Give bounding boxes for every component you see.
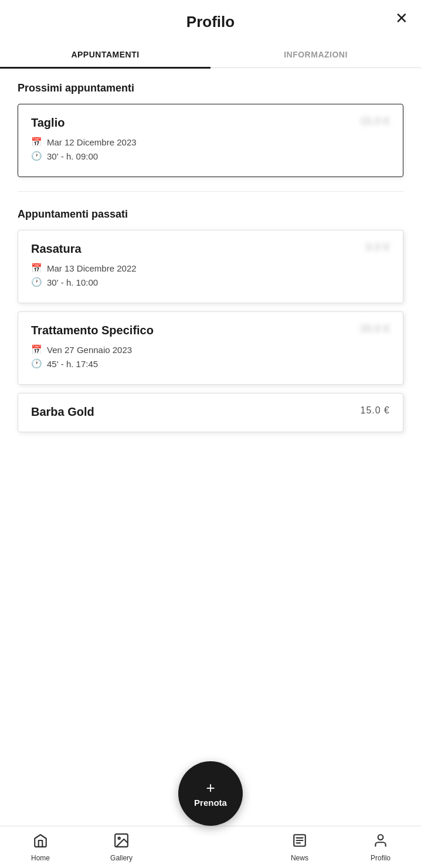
appointment-card-trattamento[interactable]: Trattamento Specifico 20.0 € 📅 Ven 27 Ge…	[18, 311, 403, 385]
service-name: Barba Gold	[31, 405, 94, 419]
appointment-date: Mar 13 Dicembre 2022	[47, 263, 137, 273]
appointment-card-rasatura[interactable]: Rasatura 0.0 € 📅 Mar 13 Dicembre 2022 🕐 …	[18, 230, 403, 303]
nav-gallery[interactable]: Gallery	[81, 833, 162, 862]
tab-appuntamenti[interactable]: APPUNTAMENTI	[0, 40, 210, 67]
card-header: Rasatura 0.0 €	[31, 242, 390, 256]
svg-point-6	[378, 835, 383, 840]
nav-home[interactable]: Home	[0, 833, 81, 862]
header: Profilo ✕	[0, 0, 421, 40]
card-time-row: 🕐 30' - h. 09:00	[31, 151, 390, 161]
upcoming-section-title: Prossimi appuntamenti	[18, 82, 403, 94]
clock-icon: 🕐	[31, 151, 42, 161]
news-icon	[292, 833, 307, 852]
gallery-label: Gallery	[110, 854, 133, 862]
appointment-duration-time: 45' - h. 17:45	[47, 359, 98, 369]
card-time-row: 🕐 45' - h. 17:45	[31, 358, 390, 369]
card-date-row: 📅 Mar 13 Dicembre 2022	[31, 263, 390, 273]
tab-informazioni[interactable]: INFORMAZIONI	[210, 40, 421, 67]
service-price: 20.0 €	[361, 324, 390, 334]
bottom-nav: Home Gallery News	[0, 826, 421, 868]
service-name: Taglio	[31, 116, 64, 130]
appointment-date: Mar 12 Dicembre 2023	[47, 137, 137, 147]
prenota-button[interactable]: + Prenota	[178, 761, 243, 826]
gallery-icon	[114, 833, 129, 852]
tab-bar: APPUNTAMENTI INFORMAZIONI	[0, 40, 421, 68]
appointment-duration-time: 30' - h. 10:00	[47, 277, 98, 287]
card-header: Barba Gold 15.0 €	[31, 405, 390, 419]
service-price: 15.0 €	[361, 116, 390, 127]
calendar-icon: 📅	[31, 263, 42, 273]
appointment-card-taglio[interactable]: Taglio 15.0 € 📅 Mar 12 Dicembre 2023 🕐 3…	[18, 104, 403, 177]
past-section-title: Appuntamenti passati	[18, 208, 403, 221]
service-name: Rasatura	[31, 242, 82, 256]
main-content: Prossimi appuntamenti Taglio 15.0 € 📅 Ma…	[0, 68, 421, 503]
appointment-card-barba-gold[interactable]: Barba Gold 15.0 €	[18, 393, 403, 432]
news-label: News	[291, 854, 308, 862]
appointment-duration-time: 30' - h. 09:00	[47, 151, 98, 161]
fab-container: + Prenota	[178, 761, 243, 826]
fab-label: Prenota	[194, 798, 227, 808]
service-name: Trattamento Specifico	[31, 324, 154, 337]
service-price: 15.0 €	[361, 405, 390, 416]
svg-point-1	[118, 837, 120, 839]
nav-profilo[interactable]: Profilo	[340, 833, 421, 862]
profilo-icon	[373, 833, 388, 852]
clock-icon: 🕐	[31, 358, 42, 369]
clock-icon: 🕐	[31, 277, 42, 287]
section-divider	[18, 191, 403, 192]
fab-plus-icon: +	[206, 780, 215, 795]
card-date-row: 📅 Mar 12 Dicembre 2023	[31, 137, 390, 147]
nav-news[interactable]: News	[259, 833, 340, 862]
card-date-row: 📅 Ven 27 Gennaio 2023	[31, 344, 390, 355]
service-price: 0.0 €	[366, 242, 390, 253]
close-button[interactable]: ✕	[395, 11, 408, 26]
calendar-icon: 📅	[31, 137, 42, 147]
profilo-label: Profilo	[371, 854, 391, 862]
card-header: Taglio 15.0 €	[31, 116, 390, 130]
card-header: Trattamento Specifico 20.0 €	[31, 324, 390, 337]
home-icon	[33, 833, 48, 852]
page-title: Profilo	[186, 13, 235, 31]
home-label: Home	[31, 854, 50, 862]
appointment-date: Ven 27 Gennaio 2023	[47, 345, 132, 355]
card-time-row: 🕐 30' - h. 10:00	[31, 277, 390, 287]
calendar-icon: 📅	[31, 344, 42, 355]
